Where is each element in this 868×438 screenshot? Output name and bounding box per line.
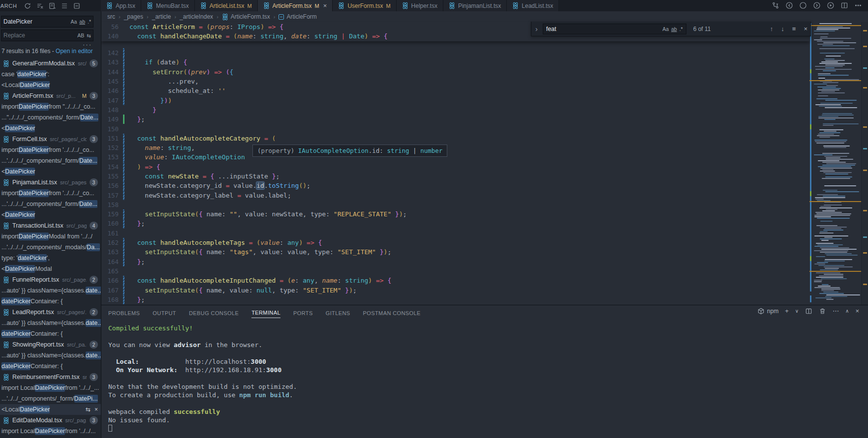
panel-more-actions-button[interactable]: ⋯ xyxy=(833,307,839,315)
find-expand-chevron-icon[interactable]: › xyxy=(534,25,539,33)
search-result-file[interactable]: ArticleForm.tsxsrc/_p...M3 xyxy=(0,90,101,101)
record-icon[interactable] xyxy=(799,1,807,9)
search-match[interactable]: ...'../../../_components/_form/Date... xyxy=(0,199,101,209)
next-match-button[interactable]: ↓ xyxy=(781,25,784,32)
open-in-editor-link[interactable]: Open in editor xyxy=(56,48,93,55)
code-text[interactable]: const handleAutocompleteTags = (value: a… xyxy=(125,239,322,246)
find-regex-toggle[interactable]: .* xyxy=(680,26,683,32)
code-text[interactable]: value: IAutoCompleteOption xyxy=(125,153,245,161)
match-case-toggle[interactable]: Aa xyxy=(70,19,77,25)
search-result-file[interactable]: FormCell.tsxsrc/_pages/_clo...3 xyxy=(0,134,101,145)
code-text[interactable]: }; xyxy=(125,116,145,123)
search-match[interactable]: datePickerContainer: { xyxy=(0,296,101,307)
code-text[interactable]: }; xyxy=(125,220,145,227)
search-match[interactable]: <DatePicker xyxy=(0,123,101,134)
tab-articleform-tsx[interactable]: ArticleForm.tsxM× xyxy=(258,0,333,11)
search-match[interactable]: <LocalDatePicker xyxy=(0,80,101,90)
code-text[interactable]: newState.category_label = value.label; xyxy=(125,192,291,199)
search-match[interactable]: ...auto' }} className={classes.date... xyxy=(0,350,101,361)
tab-pinjamanlist-tsx[interactable]: PinjamanList.tsx xyxy=(443,0,507,11)
split-terminal-button[interactable] xyxy=(805,307,812,315)
tab-app-tsx[interactable]: App.tsx xyxy=(101,0,141,11)
search-input[interactable] xyxy=(3,18,70,25)
find-input[interactable] xyxy=(546,26,662,32)
view-as-list-icon[interactable] xyxy=(61,2,68,10)
find-input-box[interactable]: Aa ab .* xyxy=(543,24,686,34)
code-text[interactable]: setInputState({ name: "", value: newStat… xyxy=(125,210,407,218)
code-text[interactable]: if (date) { xyxy=(125,58,187,66)
find-whole-word-toggle[interactable]: ab xyxy=(671,26,677,32)
search-match[interactable]: ...'../../_components/_form/DatePi... xyxy=(0,393,101,404)
tab-articlelist-tsx[interactable]: ArticleList.tsxM xyxy=(195,0,258,11)
panel-tab-terminal[interactable]: TERMINAL xyxy=(251,307,280,318)
code-text[interactable]: ...prev, xyxy=(125,78,199,85)
search-match[interactable]: ..."../../../_components/_form/Date... xyxy=(0,112,101,123)
breadcrumb-item--pages[interactable]: _pages xyxy=(124,13,143,20)
search-match[interactable]: import LocalDatePicker from '../../... xyxy=(0,426,101,437)
search-match[interactable]: datePickerContainer: { xyxy=(0,361,101,372)
refresh-icon[interactable] xyxy=(24,2,31,10)
tab-menubar-tsx[interactable]: MenuBar.tsx xyxy=(141,0,195,11)
replace-input[interactable] xyxy=(3,32,77,39)
search-match[interactable]: <DatePickerModal xyxy=(0,263,101,274)
tab-helper-tsx[interactable]: Helper.tsx xyxy=(397,0,443,11)
panel-tab-debug-console[interactable]: DEBUG CONSOLE xyxy=(189,307,239,318)
breadcrumb-item-articleform-tsx[interactable]: ArticleForm.tsx xyxy=(222,13,270,20)
close-tab-icon[interactable]: × xyxy=(323,2,327,9)
new-search-editor-icon[interactable] xyxy=(48,2,56,10)
run-icon[interactable] xyxy=(827,1,835,9)
search-match[interactable]: <LocalDatePicker⇆× xyxy=(0,404,101,415)
kill-terminal-button[interactable] xyxy=(819,307,826,315)
search-match[interactable]: ...'../../../_components/_form/Date... xyxy=(0,155,101,166)
breadcrumb-item-src[interactable]: src xyxy=(107,13,115,20)
search-result-file[interactable]: TransactionList.tsxsrc/_pag...4 xyxy=(0,220,101,231)
search-match[interactable]: <DatePicker xyxy=(0,209,101,220)
terminal-output[interactable]: Compiled successfully! You can now view … xyxy=(108,324,863,436)
code-text[interactable]: name: string, xyxy=(125,144,195,151)
code-text[interactable]: const ArticleForm = (props: IProps) => { xyxy=(125,23,283,30)
terminal-profile-item[interactable]: npm xyxy=(757,307,778,315)
panel-tab-problems[interactable]: PROBLEMS xyxy=(108,307,140,318)
new-terminal-button[interactable]: + xyxy=(785,307,789,315)
search-match[interactable]: import DatePicker from '../../../_co... xyxy=(0,188,101,199)
search-result-file[interactable]: FunnelReport.tsxsrc/_page...2 xyxy=(0,274,101,285)
search-result-file[interactable]: GeneralFormModal.tsxsrc/...5 xyxy=(0,58,101,69)
search-match[interactable]: ...'../../../_components/_modals/Da... xyxy=(0,242,101,253)
minimap[interactable] xyxy=(809,22,868,305)
search-match[interactable]: case 'datePicker': xyxy=(0,69,101,80)
breadcrumb-item-articleform[interactable]: ArticleForm xyxy=(279,13,316,20)
previous-match-button[interactable]: ↑ xyxy=(770,25,774,32)
panel-tab-ports[interactable]: PORTS xyxy=(293,307,313,318)
dismiss-match-icon[interactable]: × xyxy=(94,406,98,413)
search-input-box[interactable]: Aa ab .* xyxy=(1,16,93,28)
breadcrumb-item--article[interactable]: _article xyxy=(152,13,171,20)
clear-results-icon[interactable] xyxy=(36,2,44,10)
search-match[interactable]: ...auto' }} className={classes.date... xyxy=(0,285,101,296)
preserve-case-toggle[interactable]: AB xyxy=(77,32,84,38)
collapse-all-icon[interactable] xyxy=(73,2,81,10)
whole-word-toggle[interactable]: ab xyxy=(79,19,85,25)
find-in-selection-button[interactable]: ≡ xyxy=(792,25,796,32)
panel-tab-gitlens[interactable]: GITLENS xyxy=(326,307,350,318)
search-match[interactable]: ...auto' }} className={classes.date... xyxy=(0,318,101,328)
tab-userform-tsx[interactable]: UserForm.tsxM xyxy=(333,0,396,11)
search-result-file[interactable]: ShowingReport.tsxsrc/_pa...2 xyxy=(0,339,101,350)
code-text[interactable]: const handleAutocompleteInputChanged = (… xyxy=(125,277,391,284)
regex-toggle[interactable]: .* xyxy=(88,19,91,25)
search-match[interactable]: import DatePickerModal from '../../ xyxy=(0,231,101,242)
find-match-case-toggle[interactable]: Aa xyxy=(662,26,669,32)
code-text[interactable]: } xyxy=(125,106,156,114)
code-text[interactable]: })) xyxy=(125,97,172,104)
code-text[interactable]: const newState = { ...inputState }; xyxy=(125,173,279,180)
search-match[interactable]: <DatePicker xyxy=(0,166,101,177)
navigate-forward-icon[interactable] xyxy=(813,1,821,9)
panel-tab-postman-console[interactable]: POSTMAN CONSOLE xyxy=(363,307,421,318)
search-match[interactable]: datePickerContainer: { xyxy=(0,328,101,339)
source-control-graph-icon[interactable] xyxy=(772,1,779,9)
code-text[interactable]: schedule_at: '' xyxy=(125,87,226,94)
code-text[interactable]: }; xyxy=(125,258,145,265)
replace-all-button[interactable]: ⇆ xyxy=(87,32,91,38)
split-editor-icon[interactable] xyxy=(840,1,848,9)
code-text[interactable]: const handleChangeDate = (name: string, … xyxy=(125,32,387,40)
search-match[interactable]: import LocalDatePicker from '../../_... xyxy=(0,382,101,393)
